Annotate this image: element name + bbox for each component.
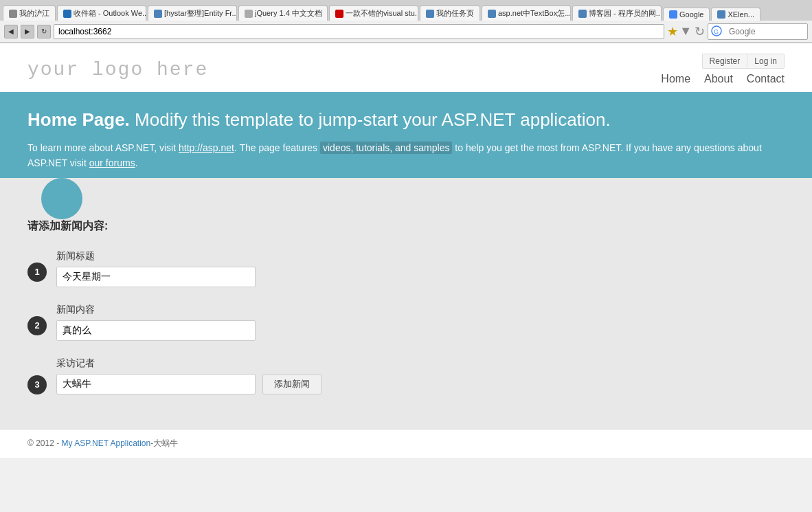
url-bar[interactable] — [54, 24, 664, 39]
tab-9[interactable]: XElen... — [711, 8, 760, 21]
hero-banner: Home Page. Modify this template to jump-… — [0, 92, 812, 192]
tab-8[interactable]: Google — [663, 8, 710, 21]
circle-decoration — [41, 178, 82, 219]
tab-icon-7 — [578, 10, 587, 18]
submit-button[interactable]: 添加新闻 — [262, 374, 322, 394]
form-title: 请添加新闻内容: — [27, 219, 785, 234]
tab-5[interactable]: 我的任务页 — [420, 5, 480, 21]
header-right: Register Log in Home About Contact — [661, 54, 785, 85]
tab-icon-6 — [488, 10, 496, 18]
svg-text:G: G — [714, 28, 719, 35]
footer-link[interactable]: My ASP.NET Application — [62, 438, 151, 448]
footer-suffix: -大蜗牛 — [150, 438, 178, 448]
tab-1[interactable]: 收件箱 - Outlook We... — [57, 5, 146, 21]
tab-3[interactable]: jQuery 1.4 中文文档 — [238, 5, 328, 21]
google-icon: G — [708, 25, 725, 38]
browser-tabs: 我的沪江 收件箱 - Outlook We... [hystar整理]Entit… — [0, 0, 812, 21]
field-label-3: 采访记者 — [56, 357, 322, 370]
tab-4[interactable]: 一款不错的visual stu... — [329, 5, 418, 21]
login-link[interactable]: Log in — [747, 54, 785, 69]
nav-about[interactable]: About — [704, 73, 733, 85]
tab-7[interactable]: 博客园 - 程序员的网... — [572, 5, 662, 21]
tab-icon-4 — [335, 10, 343, 18]
footer-copyright: © 2012 - — [27, 438, 62, 448]
hero-highlight: videos, tutorials, and samples — [320, 142, 452, 154]
nav-contact[interactable]: Contact — [747, 73, 785, 85]
tab-2[interactable]: [hystar整理]Entity Fr... — [148, 5, 237, 21]
search-input[interactable] — [725, 24, 807, 39]
tab-label-7: 博客园 - 程序员的网... — [589, 8, 662, 19]
field-inner-2: 新闻内容 — [56, 304, 256, 341]
back-button[interactable]: ◀ — [4, 25, 18, 38]
refresh-button[interactable]: ↻ — [37, 25, 51, 38]
news-title-input[interactable] — [56, 267, 256, 287]
hero-text-before: To learn more about ASP.NET, visit — [27, 142, 179, 153]
hero-title-rest: Modify this template to jump-start your … — [130, 109, 611, 130]
tab-label-6: asp.net中TextBox怎... — [498, 8, 571, 19]
browser-chrome: 我的沪江 收件箱 - Outlook We... [hystar整理]Entit… — [0, 0, 812, 43]
site-footer: © 2012 - My ASP.NET Application-大蜗牛 — [0, 429, 812, 458]
tab-label-0: 我的沪江 — [19, 8, 49, 19]
field-group-3: 3 采访记者 添加新闻 — [27, 357, 785, 394]
field-inner-1: 新闻标题 — [56, 250, 256, 287]
tab-label-3: jQuery 1.4 中文文档 — [255, 8, 322, 19]
tab-label-5: 我的任务页 — [436, 8, 474, 19]
nav-home[interactable]: Home — [661, 73, 690, 85]
hero-title: Home Page. Modify this template to jump-… — [27, 109, 785, 131]
auth-links: Register Log in — [702, 54, 785, 69]
hero-text-middle: . The page features — [234, 142, 320, 153]
tab-icon-8 — [669, 10, 677, 19]
browser-toolbar: ◀ ▶ ↻ ★ ▼ ↻ G — [0, 21, 812, 43]
field-group-2: 2 新闻内容 — [27, 304, 785, 341]
field-label-2: 新闻内容 — [56, 304, 256, 316]
nav-links: Home About Contact — [661, 73, 785, 85]
tab-label-1: 收件箱 - Outlook We... — [74, 8, 146, 19]
tab-icon-2 — [154, 10, 162, 18]
news-content-input[interactable] — [56, 320, 256, 341]
tab-label-9: XElen... — [728, 10, 754, 19]
deco-area — [0, 178, 812, 199]
site-header: your logo here Register Log in Home Abou… — [0, 43, 812, 92]
step-badge-3: 3 — [27, 375, 47, 394]
field-inner-3: 采访记者 添加新闻 — [56, 357, 322, 394]
tab-icon-0 — [9, 10, 17, 18]
tab-icon-5 — [426, 10, 434, 18]
asp-link[interactable]: http://asp.net — [179, 142, 234, 153]
forward-button[interactable]: ▶ — [21, 25, 34, 38]
tab-0[interactable]: 我的沪江 — [3, 5, 56, 21]
tab-label-4: 一款不错的visual stu... — [346, 8, 418, 19]
tab-label-8: Google — [679, 10, 703, 19]
field-label-1: 新闻标题 — [56, 250, 256, 263]
form-section: 请添加新闻内容: 1 新闻标题 2 新闻内容 3 采访记者 添加 — [0, 199, 812, 429]
tab-label-2: [hystar整理]Entity Fr... — [164, 8, 237, 19]
hero-title-bold: Home Page. — [27, 109, 130, 130]
site-logo: your logo here — [27, 59, 208, 80]
tab-icon-3 — [245, 10, 253, 18]
register-link[interactable]: Register — [702, 54, 747, 69]
page-wrapper: your logo here Register Log in Home Abou… — [0, 43, 812, 458]
tab-icon-9 — [717, 10, 725, 19]
tab-icon-1 — [63, 10, 71, 18]
step-badge-2: 2 — [27, 316, 47, 335]
field-group-1: 1 新闻标题 — [27, 250, 785, 287]
tab-6[interactable]: asp.net中TextBox怎... — [482, 5, 571, 21]
forums-link[interactable]: our forums — [89, 157, 135, 168]
step-badge-1: 1 — [27, 263, 47, 282]
hero-text: To learn more about ASP.NET, visit http:… — [27, 140, 785, 171]
news-reporter-input[interactable] — [56, 374, 256, 394]
hero-text-end: . — [135, 157, 138, 168]
